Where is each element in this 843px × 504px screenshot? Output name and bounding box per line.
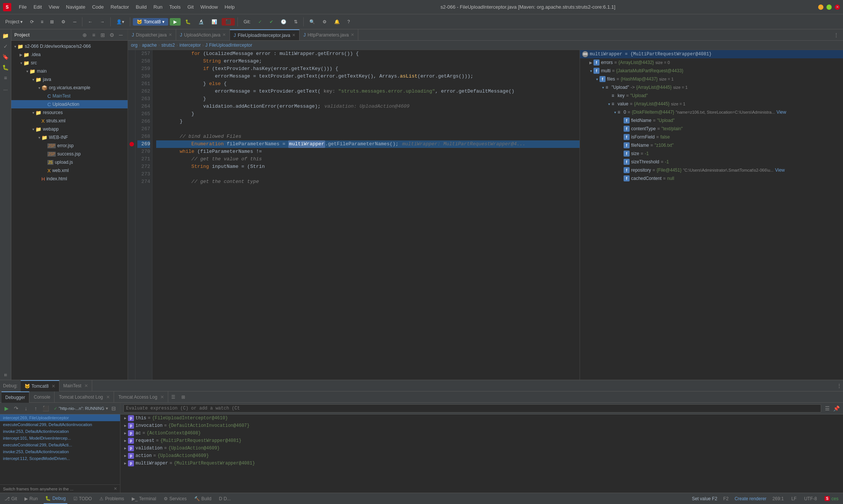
debug-subtab-tomcat-localhost-close[interactable]: ✕ [106, 394, 110, 400]
status-encoding[interactable]: UTF-8 [803, 496, 819, 501]
menu-view[interactable]: View [46, 3, 62, 11]
eval-input[interactable] [123, 404, 821, 413]
tab-dispatcher[interactable]: J Dispatcher.java ✕ [128, 29, 176, 41]
var-item-contenttype[interactable]: ▶ f contentType = "text/plain" [580, 125, 843, 133]
frame-item-3[interactable]: intercept:101, ModelDrivenIntercep... [0, 435, 120, 442]
var-item-fieldname[interactable]: ▶ f fieldName = "Upload" [580, 116, 843, 125]
create-renderer-btn[interactable]: Create renderer [735, 496, 767, 501]
tree-item-java[interactable]: ▾ 📁 java [11, 75, 128, 84]
tab-close-dispatcher[interactable]: ✕ [169, 32, 172, 37]
status-git[interactable]: ⎇ Git [3, 493, 18, 504]
var-item-cachedcontent[interactable]: ▶ f cachedContent = null [580, 174, 843, 183]
status-position[interactable]: 269:1 [771, 496, 785, 501]
debug-subtab-tomcat-localhost[interactable]: Tomcat Localhost Log ✕ [55, 391, 114, 403]
expand-arrow-0[interactable]: ▾ [612, 110, 618, 114]
tab-uploadaction[interactable]: J UploadAction.java ✕ [176, 29, 230, 41]
eval-pin-btn[interactable]: 📌 [832, 405, 840, 412]
tree-item-uploadaction[interactable]: ▶ C UploadAction [11, 100, 128, 108]
settings-btn-2[interactable]: ⚙ [320, 18, 330, 26]
coverage-button[interactable]: 🔬 [195, 18, 207, 26]
frame-item-2[interactable]: invoke:253, DefaultActionInvocation [0, 428, 120, 435]
help-button[interactable]: ? [344, 18, 353, 26]
var-header-row[interactable]: oo multiWrapper = {MultiPartRequestWrapp… [580, 50, 843, 58]
var-item-0[interactable]: ▾ ≡ 0 = {DiskFileItem@4447} "name=z106.t… [580, 108, 843, 116]
expand-this[interactable]: ▶ [123, 416, 128, 420]
minimize-button[interactable]: ─ [818, 5, 823, 10]
sidebar-icon-structure[interactable]: ≡ [1, 73, 11, 83]
tree-item-error-jsp[interactable]: ▶ JSP error.jsp [11, 142, 128, 150]
var-item-upload-key[interactable]: ▾ ≡ "Upload" -> {ArrayList@4445} size = … [580, 83, 843, 91]
menu-build[interactable]: Build [133, 3, 150, 11]
debug-subtab-debugger[interactable]: Debugger [2, 391, 29, 403]
expand-arrow-multi[interactable]: ▾ [588, 69, 593, 73]
sidebar-icon-commit[interactable]: ✓ [1, 41, 11, 51]
status-todo[interactable]: ☑ TODO [72, 493, 93, 504]
var-item-sizethreshold[interactable]: ▶ f sizeThreshold = -1 [580, 158, 843, 166]
tree-item-idea[interactable]: ▶ 📁 .idea [11, 50, 128, 59]
status-problems[interactable]: ⚠ Problems [98, 493, 126, 504]
status-debug[interactable]: 🐛 Debug [44, 493, 67, 504]
dbg-filter-btn[interactable]: ⊟ [110, 404, 118, 413]
status-line-sep[interactable]: LF [790, 496, 798, 501]
var-row-multiwrapper[interactable]: ▶ p multiWrapper = {MultiPartRequestWrap… [120, 460, 843, 467]
breadcrumb-org[interactable]: org [131, 43, 137, 48]
tree-item-success-jsp[interactable]: ▶ JSP success.jsp [11, 150, 128, 158]
menu-window[interactable]: Window [198, 3, 221, 11]
tree-item-web-xml[interactable]: ▶ X web.xml [11, 166, 128, 175]
expand-request[interactable]: ▶ [123, 439, 128, 443]
var-row-action[interactable]: ▶ p action = {UploadAction@4609} [120, 452, 843, 460]
tree-item-src[interactable]: ▾ 📁 src [11, 59, 128, 67]
status-build[interactable]: 🔨 Build [193, 493, 213, 504]
tab-fileuploadinterceptor[interactable]: J FileUploadInterceptor.java ✕ [230, 29, 300, 41]
collapse-button[interactable]: ≡ [38, 18, 46, 26]
debug-list-view-btn[interactable]: ☰ [169, 393, 178, 401]
var-row-ac[interactable]: ▶ p ac = {ActionContext@4608} [120, 429, 843, 437]
menu-tools[interactable]: Tools [166, 3, 184, 11]
tree-item-index-html[interactable]: ▶ H index.html [11, 175, 128, 183]
settings-button[interactable]: ⚙ [58, 18, 68, 26]
panel-icon-close[interactable]: ─ [117, 31, 125, 39]
expand-action[interactable]: ▶ [123, 454, 128, 458]
panel-icon-collapse-all[interactable]: ≡ [90, 31, 97, 39]
sync-button[interactable]: ⟳ [27, 18, 37, 26]
var-row-invocation[interactable]: ▶ p invocation = {DefaultActionInvocatio… [120, 422, 843, 429]
tree-item-struts-xml[interactable]: ▶ X struts.xml [11, 117, 128, 125]
project-dropdown[interactable]: Project ▾ [2, 18, 26, 26]
expand-ac[interactable]: ▶ [123, 431, 128, 435]
thread-filter-btn[interactable]: ▾ [106, 406, 108, 411]
git-update-button[interactable]: ⇅ [291, 18, 301, 26]
expand-validation[interactable]: ▶ [123, 446, 128, 451]
sidebar-icon-bookmarks[interactable]: 🔖 [1, 52, 11, 62]
var-item-key[interactable]: ▶ ≡ key = "Upload" [580, 91, 843, 100]
debug-run-button[interactable]: 🐛 [182, 18, 194, 26]
view-link-repository[interactable]: View [775, 167, 785, 173]
profile-run-button[interactable]: 📊 [208, 18, 220, 26]
tree-item-main[interactable]: ▾ 📁 main [11, 67, 128, 75]
tree-item-webinf[interactable]: ▾ 📁 WEB-INF [11, 133, 128, 142]
view-link-0[interactable]: View [776, 110, 786, 115]
menu-refactor[interactable]: Refactor [108, 3, 132, 11]
var-item-multi[interactable]: ▾ f multi = {JakartaMultiPartRequest@443… [580, 67, 843, 75]
debug-split-view-btn[interactable]: ⊞ [179, 393, 188, 401]
debug-tab-maintest-close[interactable]: ✕ [84, 383, 88, 388]
dbg-step-into-btn[interactable]: ↓ [22, 404, 30, 413]
tab-close-uploadaction[interactable]: ✕ [222, 32, 226, 37]
tree-item-package[interactable]: ▾ 📦 org.vicarius.example [11, 84, 128, 92]
dbg-stop-btn[interactable]: ⬛ [41, 404, 50, 413]
back-button[interactable]: ← [85, 18, 96, 26]
var-row-validation[interactable]: ▶ p validation = {UploadAction@4609} [120, 445, 843, 452]
tab-close-fileuploadinterceptor[interactable]: ✕ [292, 33, 295, 38]
status-services[interactable]: ⚙ Services [162, 493, 188, 504]
debug-subtab-console[interactable]: Console [30, 391, 55, 403]
profile-button[interactable]: 👤▾ [113, 18, 127, 26]
switch-frames-close[interactable]: ✕ [114, 486, 117, 491]
tree-item-resources[interactable]: ▾ 📁 resources [11, 108, 128, 117]
tab-more-button[interactable]: ⋮ [832, 31, 840, 39]
tree-item-maintest[interactable]: ▶ C MainTest [11, 92, 128, 100]
expand-invocation[interactable]: ▶ [123, 423, 128, 428]
breadcrumb-apache[interactable]: apache [142, 43, 157, 48]
var-item-filename[interactable]: ▶ f fileName = "z106.txt" [580, 141, 843, 149]
menu-navigate[interactable]: Navigate [63, 3, 88, 11]
tree-item-root[interactable]: ▾ 📁 s2-066 D:/dev/workspace/s2-066 [11, 42, 128, 50]
menu-edit[interactable]: Edit [30, 3, 45, 11]
